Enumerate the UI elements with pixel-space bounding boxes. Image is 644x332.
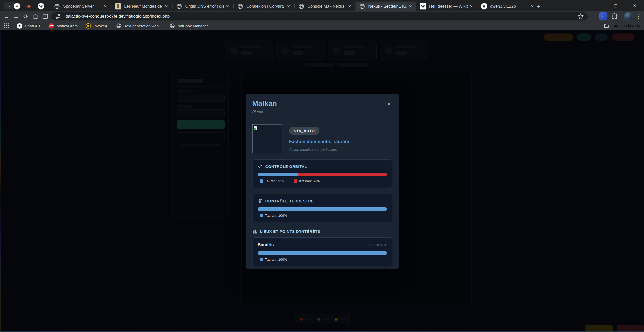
bookmarks-separator: [13, 24, 13, 28]
new-tab-button[interactable]: +: [535, 3, 543, 11]
url-text[interactable]: galactic-pve-conquest-c7fe.dev.flatlogic…: [65, 14, 577, 19]
tab-separator: [47, 4, 47, 8]
globe-icon: [298, 3, 305, 10]
divider: [177, 86, 225, 87]
select-input[interactable]: [177, 94, 225, 102]
address-bar[interactable]: galactic-pve-conquest-c7fe.dev.flatlogic…: [51, 12, 588, 20]
close-tab-icon[interactable]: ✕: [224, 3, 231, 10]
pinned-tab-gemini[interactable]: [24, 2, 34, 11]
bar-segment-taurani: [258, 251, 387, 255]
bookmark-mdbook[interactable]: mdBook Manager: [169, 23, 208, 29]
globe-icon: [116, 23, 122, 29]
back-button[interactable]: ←: [2, 12, 11, 21]
close-tab-icon[interactable]: ✕: [468, 3, 475, 10]
tab-neuf-mondes[interactable]: Les Neuf Mondes de la Mytholo ✕: [111, 2, 172, 11]
minimize-button[interactable]: —: [587, 0, 606, 11]
legend-label: [305, 318, 313, 320]
tab-separator: [35, 4, 35, 8]
profile-avatar[interactable]: [624, 12, 633, 21]
satellite-dish-icon: [258, 164, 262, 169]
bookmark-chatgpt[interactable]: ✳ ChatGPT: [17, 23, 41, 29]
left-edge-strip: [0, 30, 1, 332]
legend-swatch: [260, 179, 263, 183]
planet-info-col: STA_AUTO Faction dominante: Taurani Aucu…: [289, 124, 349, 153]
header-button[interactable]: [612, 33, 635, 41]
planet-info-row: STA_AUTO Faction dominante: Taurani Aucu…: [252, 124, 392, 153]
close-window-button[interactable]: ✕: [625, 0, 644, 11]
tab-console-mj[interactable]: Console MJ - Nexus ✕: [295, 2, 355, 11]
panel-title: [178, 79, 203, 83]
close-tab-icon[interactable]: ✕: [346, 3, 353, 10]
field-label: [178, 105, 193, 108]
moneygram-icon: [49, 23, 54, 29]
panel-action-button[interactable]: [177, 120, 225, 129]
globe-icon: [176, 3, 182, 10]
close-tab-icon[interactable]: ✕: [407, 3, 414, 10]
all-bookmarks[interactable]: Tous les favoris: [597, 23, 640, 29]
ground-control-bar: [258, 207, 387, 211]
legend-label: [322, 318, 330, 320]
menu-kebab-icon[interactable]: ⋮: [636, 13, 641, 19]
select-input[interactable]: [177, 109, 225, 117]
legend-item: Taurani: 31%: [258, 179, 285, 183]
field-label: [178, 90, 193, 93]
extensions-puzzle-icon[interactable]: [611, 13, 618, 20]
bookmark-star-icon[interactable]: [577, 13, 584, 20]
extension-icon[interactable]: ‹›: [599, 12, 607, 20]
legend-label: Taurani: 31%: [265, 179, 285, 183]
bookmark-label: Text generation web...: [124, 24, 162, 28]
breadcrumb: [339, 63, 369, 67]
side-panel-icon[interactable]: [40, 12, 50, 21]
pinned-tab-chatgpt[interactable]: ✳: [12, 2, 22, 11]
panel-secondary-control[interactable]: [177, 132, 225, 140]
reload-button[interactable]: ⟳: [21, 12, 31, 21]
orbital-control-card: CONTRÔLE ORBITAL Taurani: 31% Kra'kan: 6…: [252, 159, 392, 188]
legend-swatch: [260, 258, 263, 261]
section-title: CONTRÔLE TERRESTRE: [265, 199, 314, 203]
legend-swatch: [260, 214, 263, 217]
tab-hel-wikipedia[interactable]: W Hel (déesse) — Wikipédia ✕: [416, 2, 477, 11]
site-header-row: Baralris FDFDSVCX: [258, 242, 387, 247]
tab-nexus-secteur-active[interactable]: Nexus - Secteur 1 [G1] ✕: [355, 2, 416, 11]
header-button[interactable]: [595, 33, 608, 41]
globe-icon: [169, 23, 175, 29]
broken-image-icon: [254, 125, 259, 131]
section-title: CONTRÔLE ORBITAL: [265, 164, 307, 169]
tab-spacebar-server[interactable]: Spacebar Server ✕: [50, 2, 111, 11]
close-tab-icon[interactable]: ✕: [285, 3, 292, 10]
legend-item: Kra'kan: 69%: [292, 179, 320, 183]
legend-dot: [300, 318, 303, 321]
bookmark-moneygram[interactable]: MoneyGram: [49, 23, 78, 29]
globe-icon: [237, 3, 244, 10]
modal-subtitle: Planet: [252, 109, 392, 114]
header-button[interactable]: [544, 33, 573, 41]
modifier-text: Aucun modificateur particulier.: [289, 147, 349, 152]
person-flag-icon: [258, 199, 262, 203]
tab-qwen[interactable]: qwen3.5:122b ✕: [477, 2, 538, 11]
close-tab-icon[interactable]: ✕: [163, 3, 170, 10]
wordpress-icon: W: [38, 3, 44, 9]
site-settings-icon[interactable]: [55, 13, 61, 20]
tab-connexion-corvara[interactable]: Connexion | Corvara ✕: [234, 2, 294, 11]
map-legend: [294, 314, 350, 324]
bookmark-textgen[interactable]: Text generation web...: [116, 23, 162, 29]
bookmarks-bar: ✳ ChatGPT MoneyGram InvokeAI Text genera…: [0, 22, 644, 30]
close-icon[interactable]: ✕: [385, 100, 393, 108]
faction-stat-card: [225, 40, 273, 61]
forward-button[interactable]: →: [11, 12, 21, 21]
tab-origin-dns[interactable]: Origin DNS error | discord-like- ✕: [172, 2, 233, 11]
header-button[interactable]: [577, 33, 591, 41]
poi-card-baralris: Baralris FDFDSVCX Taurani: 100%: [252, 237, 392, 266]
tab-strip: ⌄ ✳ W Spacebar Server ✕ Les Neuf Mondes …: [0, 0, 644, 11]
page-content: Malkan Planet ✕ STA_AUTO Faction dominan…: [0, 30, 644, 332]
maximize-button[interactable]: ▢: [606, 0, 625, 11]
controls-panel: [172, 73, 229, 217]
home-button[interactable]: [31, 12, 40, 21]
dominant-faction-text: Faction dominante: Taurani: [289, 139, 349, 144]
bookmark-invokeai[interactable]: InvokeAI: [85, 23, 108, 29]
toolbar-separator: [621, 14, 621, 19]
apps-grid-icon[interactable]: [3, 22, 10, 29]
close-tab-icon[interactable]: ✕: [102, 3, 109, 10]
pinned-tab-wordpress[interactable]: W: [36, 2, 46, 11]
tab-title: Origin DNS error | discord-like-: [185, 4, 224, 9]
